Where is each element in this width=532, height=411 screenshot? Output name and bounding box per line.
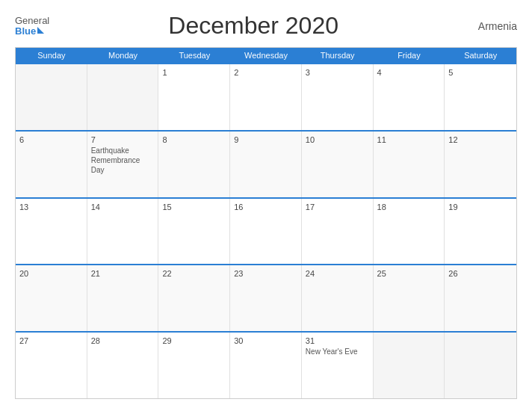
day-cell: 10 xyxy=(302,132,374,197)
day-cell xyxy=(445,333,516,398)
week-row-1: 1 2 3 4 5 xyxy=(16,63,516,130)
day-cell: 12 xyxy=(445,132,516,197)
day-cell: 8 xyxy=(158,132,230,197)
day-cell: 17 xyxy=(302,199,374,265)
day-cell: 25 xyxy=(374,265,445,331)
day-cell: 22 xyxy=(158,265,230,331)
day-header-thursday: Thursday xyxy=(302,48,374,63)
day-cell: 18 xyxy=(374,199,445,265)
day-cell: 24 xyxy=(302,265,374,331)
week-row-5: 27 28 29 30 31 New Year's Eve xyxy=(16,331,516,398)
day-cell: 5 xyxy=(445,64,516,130)
day-cell: 6 xyxy=(16,132,87,197)
day-cell: 4 xyxy=(374,64,445,130)
day-cell: 14 xyxy=(87,199,159,265)
day-cell: 21 xyxy=(87,265,159,331)
logo-blue-text: Blue xyxy=(15,25,36,37)
weeks-container: 1 2 3 4 5 6 7 EarthquakeRemembrance Day … xyxy=(16,63,516,398)
day-header-wednesday: Wednesday xyxy=(230,48,302,63)
week-row-3: 13 14 15 16 17 18 19 xyxy=(16,197,516,265)
header: General Blue December 2020 Armenia xyxy=(15,12,517,40)
day-cell: 3 xyxy=(302,64,374,130)
country-label: Armenia xyxy=(457,20,517,32)
day-cell: 7 EarthquakeRemembrance Day xyxy=(87,132,159,197)
day-cell: 9 xyxy=(230,132,302,197)
logo-blue-container: Blue xyxy=(15,25,44,37)
calendar-grid: Sunday Monday Tuesday Wednesday Thursday… xyxy=(15,47,517,399)
day-cell: 13 xyxy=(16,199,87,265)
day-cell: 20 xyxy=(16,265,87,331)
day-cell: 16 xyxy=(230,199,302,265)
day-cell: 28 xyxy=(87,333,159,398)
day-header-sunday: Sunday xyxy=(16,48,87,63)
week-row-2: 6 7 EarthquakeRemembrance Day 8 9 10 11 … xyxy=(16,130,516,197)
day-header-monday: Monday xyxy=(87,48,159,63)
event-new-years-eve: New Year's Eve xyxy=(306,347,369,356)
day-header-tuesday: Tuesday xyxy=(158,48,230,63)
day-cell: 30 xyxy=(230,333,302,398)
day-cell: 26 xyxy=(445,265,516,331)
day-cell: 19 xyxy=(445,199,516,265)
day-cell: 27 xyxy=(16,333,87,398)
day-cell xyxy=(16,64,87,130)
day-headers-row: Sunday Monday Tuesday Wednesday Thursday… xyxy=(16,48,516,63)
day-cell: 23 xyxy=(230,265,302,331)
day-cell: 29 xyxy=(158,333,230,398)
day-cell: 2 xyxy=(230,64,302,130)
week-row-4: 20 21 22 23 24 25 26 xyxy=(16,264,516,331)
logo-triangle-icon xyxy=(37,27,44,34)
day-header-saturday: Saturday xyxy=(445,48,516,63)
day-header-friday: Friday xyxy=(374,48,445,63)
day-cell: 1 xyxy=(158,64,230,130)
day-cell: 11 xyxy=(374,132,445,197)
day-cell xyxy=(87,64,159,130)
logo: General Blue xyxy=(15,16,49,37)
event-earthquake: EarthquakeRemembrance Day xyxy=(91,146,155,175)
logo-general-text: General xyxy=(15,16,49,25)
calendar-page: General Blue December 2020 Armenia Sunda… xyxy=(0,0,532,411)
day-cell: 15 xyxy=(158,199,230,265)
day-cell xyxy=(374,333,445,398)
calendar-title: December 2020 xyxy=(49,12,457,40)
day-cell: 31 New Year's Eve xyxy=(302,333,374,398)
